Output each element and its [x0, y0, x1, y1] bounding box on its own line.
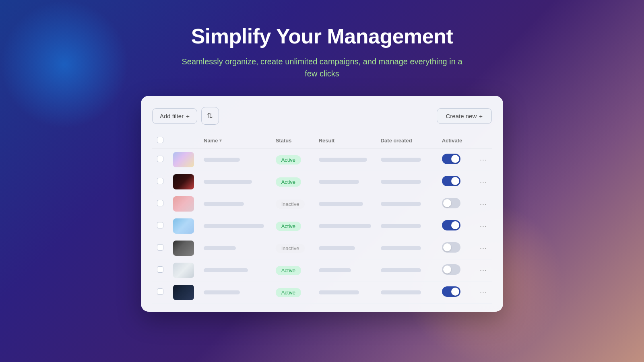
- create-new-label: Create new: [446, 113, 477, 119]
- activate-toggle[interactable]: [442, 154, 460, 164]
- row-status-cell: Active: [271, 282, 314, 304]
- activate-toggle[interactable]: [442, 286, 460, 297]
- row-date-cell: [376, 149, 437, 171]
- row-checkbox[interactable]: [157, 200, 163, 206]
- row-checkbox[interactable]: [157, 288, 163, 295]
- row-name-cell: [199, 259, 271, 282]
- more-options-button[interactable]: ···: [480, 266, 487, 275]
- status-badge: Active: [276, 177, 301, 187]
- row-checkbox[interactable]: [157, 266, 163, 273]
- row-checkbox[interactable]: [157, 156, 163, 162]
- status-badge: Active: [276, 266, 301, 275]
- status-badge: Active: [276, 288, 301, 297]
- add-filter-button[interactable]: Add filter +: [152, 108, 197, 124]
- status-badge: Active: [276, 155, 301, 165]
- more-options-button[interactable]: ···: [480, 178, 487, 186]
- main-card: Add filter + ⇅ Create new + Name ▾: [141, 96, 503, 312]
- table-row: Active ···: [152, 171, 492, 193]
- row-thumb-cell: [168, 259, 199, 282]
- row-date-cell: [376, 237, 437, 259]
- campaign-name-placeholder: [204, 158, 240, 162]
- row-more-cell: ···: [475, 149, 492, 171]
- toggle-knob: [443, 199, 451, 207]
- col-header-date: Date created: [376, 133, 437, 149]
- row-checkbox-cell: [152, 171, 168, 193]
- toolbar: Add filter + ⇅ Create new +: [152, 107, 492, 125]
- date-placeholder: [381, 268, 421, 272]
- sort-button[interactable]: ⇅: [201, 107, 219, 125]
- row-checkbox[interactable]: [157, 244, 163, 251]
- activate-toggle[interactable]: [442, 242, 460, 253]
- campaign-thumbnail: [173, 263, 194, 278]
- create-new-button[interactable]: Create new +: [437, 108, 492, 124]
- row-activate-cell: [437, 259, 475, 282]
- row-result-cell: [314, 282, 376, 304]
- select-all-checkbox[interactable]: [157, 137, 163, 143]
- col-header-name: Name ▾: [199, 133, 271, 149]
- campaign-name-placeholder: [204, 290, 240, 294]
- result-placeholder: [319, 224, 371, 228]
- date-placeholder: [381, 202, 421, 206]
- row-date-cell: [376, 171, 437, 193]
- row-more-cell: ···: [475, 282, 492, 304]
- col-header-status: Status: [271, 133, 314, 149]
- row-thumb-cell: [168, 149, 199, 171]
- more-options-button[interactable]: ···: [480, 156, 487, 164]
- row-thumb-cell: [168, 171, 199, 193]
- row-result-cell: [314, 171, 376, 193]
- campaign-name-placeholder: [204, 246, 236, 250]
- status-badge: Inactive: [276, 200, 305, 209]
- more-options-button[interactable]: ···: [480, 288, 487, 297]
- activate-toggle[interactable]: [442, 264, 460, 275]
- more-options-button[interactable]: ···: [480, 222, 487, 230]
- row-name-cell: [199, 237, 271, 259]
- row-checkbox-cell: [152, 237, 168, 259]
- row-date-cell: [376, 193, 437, 215]
- row-result-cell: [314, 259, 376, 282]
- sort-icon: ⇅: [207, 111, 213, 120]
- col-header-activate: Activate: [437, 133, 475, 149]
- result-placeholder: [319, 268, 351, 272]
- page-subtitle: Seamlessly organize, create unlimited ca…: [181, 56, 463, 80]
- campaign-name-placeholder: [204, 224, 264, 228]
- name-sort-icon: ▾: [219, 138, 222, 143]
- campaign-thumbnail: [173, 174, 194, 189]
- date-placeholder: [381, 246, 421, 250]
- more-options-button[interactable]: ···: [480, 200, 487, 208]
- row-status-cell: Inactive: [271, 193, 314, 215]
- more-options-button[interactable]: ···: [480, 244, 487, 253]
- col-header-result: Result: [314, 133, 376, 149]
- toggle-knob: [443, 243, 451, 251]
- row-result-cell: [314, 193, 376, 215]
- activate-toggle[interactable]: [442, 176, 460, 186]
- row-date-cell: [376, 282, 437, 304]
- row-checkbox-cell: [152, 149, 168, 171]
- row-thumb-cell: [168, 237, 199, 259]
- row-name-cell: [199, 193, 271, 215]
- activate-toggle[interactable]: [442, 220, 460, 230]
- status-badge: Inactive: [276, 244, 305, 253]
- row-date-cell: [376, 259, 437, 282]
- row-name-cell: [199, 282, 271, 304]
- toggle-knob: [451, 155, 459, 163]
- row-result-cell: [314, 215, 376, 237]
- row-checkbox[interactable]: [157, 178, 163, 184]
- row-activate-cell: [437, 237, 475, 259]
- campaign-thumbnail: [173, 152, 194, 167]
- row-activate-cell: [437, 193, 475, 215]
- row-checkbox-cell: [152, 215, 168, 237]
- date-placeholder: [381, 158, 421, 162]
- row-activate-cell: [437, 149, 475, 171]
- activate-toggle[interactable]: [442, 198, 460, 208]
- row-thumb-cell: [168, 282, 199, 304]
- row-checkbox[interactable]: [157, 222, 163, 228]
- date-placeholder: [381, 224, 421, 228]
- row-name-cell: [199, 149, 271, 171]
- row-more-cell: ···: [475, 215, 492, 237]
- add-filter-plus-icon: +: [186, 113, 190, 119]
- table-header-row: Name ▾ Status Result Date created Activa…: [152, 133, 492, 149]
- row-status-cell: Active: [271, 259, 314, 282]
- table-row: Active ···: [152, 282, 492, 304]
- create-new-plus-icon: +: [479, 113, 483, 119]
- status-badge: Active: [276, 222, 301, 231]
